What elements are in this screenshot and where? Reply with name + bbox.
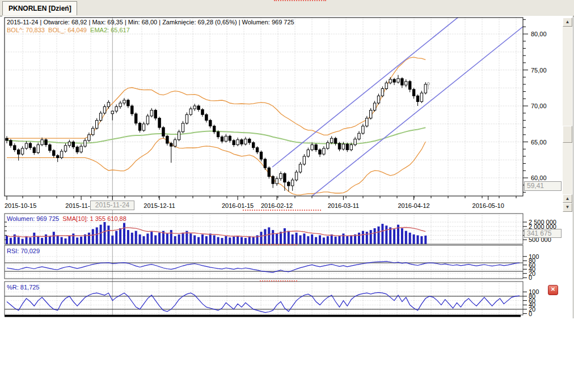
volume-bar <box>284 228 286 244</box>
volume-bar <box>342 233 344 244</box>
scroll-up-icon: ▲ <box>565 196 570 201</box>
candle-body <box>135 114 137 123</box>
wr-pane-resize-bar <box>5 315 521 317</box>
candle-body <box>264 159 266 168</box>
volume-bar <box>370 230 372 244</box>
volume-bar <box>405 231 407 244</box>
volume-bar <box>292 235 294 244</box>
volume-bar <box>413 235 415 244</box>
volume-label: Wolumen: 969 725 <box>7 215 59 222</box>
volume-bar <box>182 233 184 244</box>
time-axis-label: 2015-10-15 <box>5 202 36 209</box>
candle-body <box>389 79 391 83</box>
candle-body <box>111 111 113 114</box>
candle-body <box>92 128 94 134</box>
candle-body <box>21 148 23 154</box>
candle-body <box>311 145 313 150</box>
candle-body <box>334 138 336 143</box>
candle-body <box>393 79 395 82</box>
candle-body <box>366 118 368 126</box>
candle-body <box>37 145 39 153</box>
volume-bar <box>327 236 329 244</box>
crosshair-date-box: 2015-11-24 <box>90 201 134 210</box>
volume-bar <box>374 228 376 244</box>
time-axis-label: 2016-02-12 <box>261 202 293 209</box>
volume-bar <box>96 227 98 244</box>
tab-pknorlen[interactable]: PKNORLEN [Dzień] <box>2 1 77 15</box>
volume-bar <box>358 233 360 244</box>
candle-body <box>213 126 216 132</box>
volume-bar <box>72 233 74 244</box>
candle-body <box>256 148 258 152</box>
candle-body <box>350 145 352 150</box>
candle-body <box>319 150 321 154</box>
pane-background <box>5 18 523 196</box>
volume-bar <box>339 236 341 244</box>
candle-body <box>409 82 411 90</box>
volume-bar <box>217 237 220 244</box>
candle-body <box>284 173 286 182</box>
volume-bar <box>119 228 121 244</box>
last-price-marker <box>427 83 429 85</box>
volume-bar <box>201 235 204 244</box>
volume-bar <box>268 227 270 244</box>
volume-bar <box>158 233 161 244</box>
candle-body <box>331 138 333 143</box>
candle-body <box>138 123 141 130</box>
candle-body <box>217 132 219 137</box>
volume-bar <box>104 222 106 244</box>
candle-body <box>307 150 309 156</box>
alert-dotted-line-axis <box>243 210 321 211</box>
candle-body <box>107 103 109 107</box>
candle-body <box>197 106 200 109</box>
candle-body <box>96 120 98 128</box>
chart-canvas[interactable]: 80,0075,0070,0065,0060,002 500 0002 000 … <box>0 0 574 392</box>
candle-body <box>45 140 47 145</box>
volume-bar <box>49 236 51 244</box>
candle-body <box>237 140 239 145</box>
volume-sma-label: SMA[10]: 1 355 610,88 <box>62 215 126 222</box>
candle-body <box>146 116 149 124</box>
volume-bar <box>76 237 78 244</box>
scroll-down-icon: ▼ <box>565 204 570 210</box>
volume-bar <box>276 233 278 244</box>
close-icon: ✕ <box>551 286 555 292</box>
ohlc-info-line: 2015-11-24 | Otwarcie: 68,92 | Max: 69,3… <box>7 19 294 26</box>
volume-bar <box>80 237 82 244</box>
candle-body <box>288 182 290 186</box>
volume-bar <box>385 225 387 244</box>
volume-bar <box>288 231 290 244</box>
candle-body <box>162 127 164 136</box>
volume-bar <box>323 237 325 244</box>
volume-bar <box>22 239 24 244</box>
volume-bar <box>366 232 368 244</box>
wr-pane-close-button[interactable]: ✕ <box>548 285 558 295</box>
candle-body <box>29 143 31 148</box>
candle-body <box>182 123 184 131</box>
candle-body <box>225 136 227 141</box>
candle-body <box>150 110 153 116</box>
volume-bar <box>307 236 309 244</box>
candle-body <box>57 156 59 158</box>
scroll-up-button-secondary[interactable]: ▲ <box>563 194 572 203</box>
volume-bar <box>237 236 239 244</box>
candle-body <box>158 118 161 128</box>
volume-bar <box>10 238 12 244</box>
volume-bar <box>233 237 235 244</box>
candle-body <box>60 151 62 157</box>
volume-bar <box>26 236 28 244</box>
volume-bar <box>37 237 39 244</box>
candle-body <box>53 151 55 156</box>
candle-body <box>166 136 168 143</box>
candle-body <box>221 137 223 142</box>
candle-body <box>201 109 204 114</box>
volume-bar <box>393 229 395 244</box>
volume-bar <box>319 235 321 244</box>
scrollbar-track[interactable] <box>563 18 572 212</box>
price-axis-label: 80,00 <box>531 31 547 37</box>
scroll-down-button[interactable]: ▼ <box>563 203 572 212</box>
scrollbar-thumb[interactable] <box>563 126 572 143</box>
scroll-up-button[interactable]: ▲ <box>563 18 572 27</box>
volume-bar <box>244 238 247 244</box>
volume-bar <box>229 237 231 244</box>
